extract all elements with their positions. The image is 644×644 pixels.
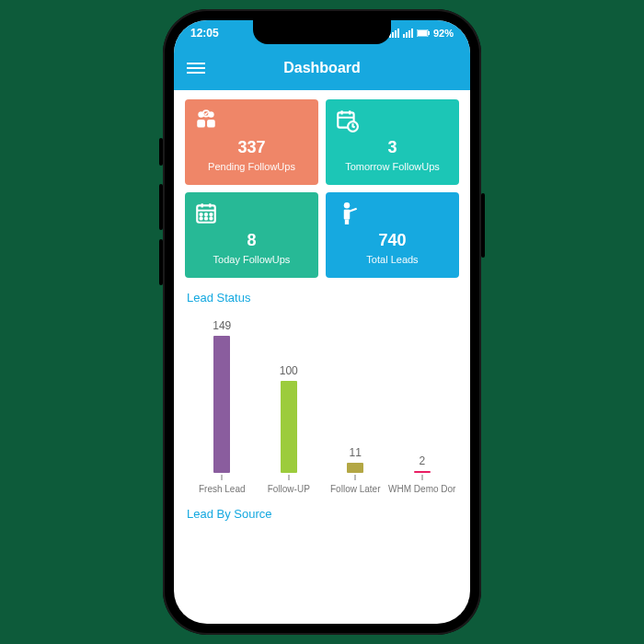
card-value: 8 [247,231,256,250]
person-pointing-icon [335,201,359,225]
card-label: Total Leads [366,254,418,265]
calendar-icon [194,201,218,225]
bar [414,471,431,473]
bar-tick [421,475,423,480]
card-tomorrow-followups[interactable]: 3 Tomorrow FollowUps [326,99,459,185]
svg-point-18 [205,213,207,215]
bar [281,381,297,473]
screen: 12:05 92% Dashboard [174,20,470,624]
card-today-followups[interactable]: 8 Today FollowUps [185,192,318,278]
bar-label: Follow-UP [268,484,310,494]
bar-value: 2 [419,454,425,467]
bar-label: WHM Demo Dor [388,484,455,494]
calendar-clock-icon [335,109,359,132]
content: 337 Pending FollowUps 3 Tomorrow FollowU… [174,90,470,624]
card-label: Tomorrow FollowUps [345,161,440,172]
card-total-leads[interactable]: 740 Total Leads [326,192,459,278]
card-value: 740 [378,231,406,250]
bar-label: Follow Later [330,484,380,494]
card-label: Today FollowUps [213,254,291,265]
bar-column: 2WHM Demo Dor [391,454,454,494]
bar-value: 149 [213,319,231,332]
lead-status-chart: 149Fresh Lead100Follow-UP11Follow Later2… [185,310,459,494]
status-time: 12:05 [190,27,219,40]
svg-rect-24 [344,210,351,220]
svg-rect-26 [347,220,349,224]
app-bar: Dashboard [174,46,470,90]
bar [347,463,363,473]
signal-icon [403,29,413,38]
svg-rect-1 [418,30,427,36]
status-battery: 92% [433,28,454,39]
card-pending-followups[interactable]: 337 Pending FollowUps [185,99,318,185]
bar-column: 11Follow Later [324,446,386,494]
svg-point-23 [344,202,351,209]
phone-frame: 12:05 92% Dashboard [163,9,481,635]
svg-rect-5 [197,120,205,128]
card-value: 337 [237,138,265,157]
svg-point-17 [201,213,202,215]
section-lead-status: Lead Status [187,291,457,305]
bar [213,336,230,473]
bar-tick [354,475,356,480]
battery-icon [417,29,430,37]
bar-column: 149Fresh Lead [190,319,253,494]
svg-point-19 [210,213,212,215]
page-title: Dashboard [205,60,457,76]
svg-rect-6 [207,120,215,128]
svg-point-21 [205,217,207,219]
card-label: Pending FollowUps [208,161,295,172]
svg-rect-27 [349,208,357,213]
people-check-icon [194,109,218,132]
lead-source-chart [185,537,459,624]
bar-tick [221,475,223,480]
bar-value: 100 [280,364,298,377]
bar-tick [288,475,290,480]
svg-rect-2 [428,31,430,35]
svg-point-22 [210,217,212,219]
menu-icon[interactable] [187,63,205,74]
svg-rect-25 [345,220,347,224]
section-lead-source: Lead By Source [187,507,457,521]
stat-card-grid: 337 Pending FollowUps 3 Tomorrow FollowU… [185,99,459,278]
notch [253,20,391,44]
card-value: 3 [387,138,397,157]
bar-label: Fresh Lead [199,484,246,494]
bar-value: 11 [350,446,362,459]
bar-column: 100Follow-UP [258,364,320,494]
svg-point-20 [201,217,202,219]
